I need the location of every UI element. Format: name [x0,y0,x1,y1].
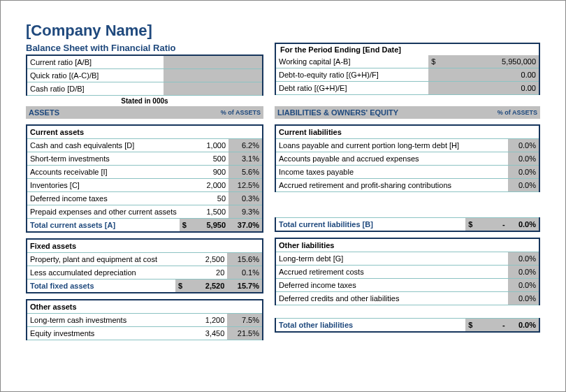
row-label: Long-term debt [G] [275,252,465,266]
row-label: Accounts receivable [I] [27,166,180,179]
row-pct: 0.0% [508,152,539,166]
assets-header-label: ASSETS [26,106,175,119]
liab-header: LIABILITIES & OWNERS' EQUITY % of ASSETS [275,106,540,119]
other-liab-table: Other liabilitiesLong-term debt [G]0.0%A… [275,238,540,333]
ratio-value [164,55,263,69]
row-pct: 0.3% [228,192,263,205]
row-value [465,292,507,305]
total-value: $- [465,319,507,333]
row-label: Accrued retirement costs [275,266,465,279]
row-value [465,279,507,292]
row-pct: 0.0% [508,139,539,152]
row-pct: 6.2% [228,139,263,152]
ratio-label: Debt ratio [(G+H)/E] [275,82,428,95]
row-pct: 0.0% [508,279,539,292]
section-title: Other liabilities [275,238,465,252]
assets-header: ASSETS % of ASSETS [26,106,263,119]
row-pct: 12.5% [228,179,263,192]
total-label: Total current liabilities [B] [275,218,465,232]
row-label: Deferred credits and other liabilities [275,292,465,305]
company-title: [Company Name] [26,22,540,40]
ratio-label: Debt-to-equity ratio [(G+H)/F] [275,68,428,82]
total-pct: 37.0% [228,219,263,233]
stated-note: Stated in 000s [26,96,263,106]
row-label: Long-term cash investments [27,314,175,327]
total-label: Total current assets [A] [27,219,180,233]
row-label: Short-term investments [27,152,180,166]
row-value [465,252,507,266]
total-value: $2,520 [175,280,227,293]
row-label: Loans payable and current portion long-t… [275,139,465,152]
ratios-left-table: Current ratio [A/B]Quick ratio [(A-C)/B]… [26,55,263,96]
row-label: Prepaid expenses and other current asset… [27,205,180,219]
row-pct: 5.6% [228,166,263,179]
ratio-value: 0.00 [428,82,539,95]
ratio-label: Working capital [A-B] [275,55,428,68]
row-label: Property, plant and equipment at cost [27,253,175,266]
ratio-value [164,69,263,82]
section-title: Fixed assets [27,239,175,253]
liab-header-pct: % of ASSETS [466,106,540,119]
row-label: Accrued retirement and profit-sharing co… [275,179,465,192]
row-label: Inventories [C] [27,179,180,192]
ratio-value: 0.00 [428,68,539,82]
row-pct: 21.5% [227,327,263,340]
row-value: 50 [180,192,228,205]
row-value: 1,000 [180,139,228,152]
row-label: Cash and cash equivalents [D] [27,139,180,152]
section-title: Current assets [27,125,180,139]
total-label: Total fixed assets [27,280,175,293]
section-title: Other assets [27,300,175,314]
row-value: 1,200 [175,314,227,327]
row-pct: 15.6% [227,253,263,266]
row-value [465,139,507,152]
ratio-label: Cash ratio [D/B] [27,82,164,96]
total-value: $5,950 [180,219,228,233]
total-label: Total other liabilities [275,319,465,333]
sheet-subtitle: Balance Sheet with Financial Ratio [26,43,263,53]
row-pct: 0.0% [508,292,539,305]
row-label: Accounts payable and accrued expenses [275,152,465,166]
row-pct: 0.0% [508,179,539,192]
balance-sheet: [Company Name] Balance Sheet with Financ… [0,0,566,392]
row-label: Deferred income taxes [27,192,180,205]
row-value: 3,450 [175,327,227,340]
row-value [465,179,507,192]
fixed-assets-table: Fixed assetsProperty, plant and equipmen… [26,238,263,293]
ratio-value: $5,950,000 [428,55,539,68]
row-value: 900 [180,166,228,179]
row-pct: 0.0% [508,166,539,179]
row-label: Income taxes payable [275,166,465,179]
current-assets-table: Current assetsCash and cash equivalents … [26,124,263,233]
other-assets-table: Other assetsLong-term cash investments1,… [26,299,263,340]
row-label: Deferred income taxes [275,279,465,292]
row-value: 2,000 [180,179,228,192]
row-pct: 3.1% [228,152,263,166]
row-value: 1,500 [180,205,228,219]
row-value [465,266,507,279]
row-value [465,166,507,179]
section-title: Current liabilities [275,125,465,139]
row-label: Less accumulated depreciation [27,266,175,280]
row-value: 20 [175,266,227,280]
row-pct: 0.1% [227,266,263,280]
total-value: $- [465,218,507,232]
row-value: 500 [180,152,228,166]
row-value [465,152,507,166]
ratio-value [164,82,263,96]
total-pct: 0.0% [508,319,539,333]
ratio-label: Quick ratio [(A-C)/B] [27,69,164,82]
row-pct: 7.5% [227,314,263,327]
liab-header-label: LIABILITIES & OWNERS' EQUITY [275,106,466,119]
row-pct: 0.0% [508,252,539,266]
total-pct: 0.0% [508,218,539,232]
assets-header-pct: % of ASSETS [175,106,263,119]
ratio-label: Current ratio [A/B] [27,55,164,69]
row-pct: 0.0% [508,266,539,279]
total-pct: 15.7% [227,280,263,293]
row-pct: 9.3% [228,205,263,219]
current-liab-table: Current liabilitiesLoans payable and cur… [275,124,540,232]
ratios-right-table: Working capital [A-B]$5,950,000Debt-to-e… [275,55,540,95]
row-value: 2,500 [175,253,227,266]
row-label: Equity investments [27,327,175,340]
